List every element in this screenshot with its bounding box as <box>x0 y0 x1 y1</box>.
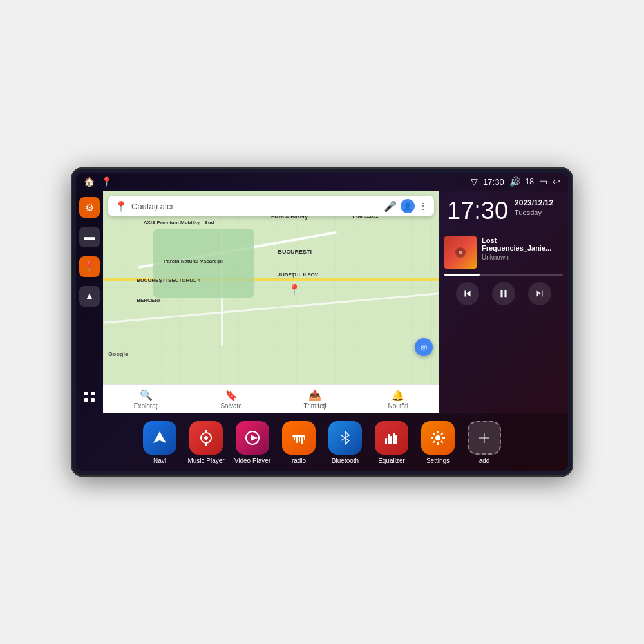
clock-day: Tuesday <box>515 209 553 216</box>
sidebar-location-btn[interactable]: 📍 <box>79 256 100 277</box>
video-player-icon-bg <box>236 421 269 455</box>
clock-date: 2023/12/12 <box>515 198 553 207</box>
equalizer-label: Equalizer <box>378 457 405 464</box>
app-dock: Navi Music Player <box>76 413 568 471</box>
svg-rect-18 <box>304 435 305 440</box>
music-player-label: Music Player <box>187 457 224 464</box>
status-bar: 🏠 📍 ▽ 17:30 🔊 18 ▭ ↩ <box>76 173 568 191</box>
send-label: Trimiteți <box>304 402 327 410</box>
svg-rect-2 <box>84 398 88 402</box>
app-settings[interactable]: Settings <box>417 421 459 464</box>
axis-label: AXIS Premium Mobility - Sud <box>144 220 214 225</box>
device: 🏠 📍 ▽ 17:30 🔊 18 ▭ ↩ ⚙ ▬ <box>71 167 573 477</box>
sidebar-apps-btn[interactable] <box>79 386 100 407</box>
sidebar-files-btn[interactable]: ▬ <box>79 227 100 247</box>
equalizer-icon-bg <box>375 421 408 455</box>
screen: 🏠 📍 ▽ 17:30 🔊 18 ▭ ↩ ⚙ ▬ <box>76 173 568 471</box>
map-view[interactable]: Parcul Natural Văcărești BUCUREȘTI JUDEȚ… <box>103 191 439 384</box>
target-icon: ◎ <box>421 343 427 352</box>
app-music-player[interactable]: Music Player <box>185 421 227 464</box>
music-title: Lost Frequencies_Janie... <box>482 236 563 252</box>
more-icon[interactable]: ⋮ <box>419 201 428 211</box>
music-player-icon-bg <box>189 421 223 455</box>
saved-icon: 🔖 <box>225 389 238 401</box>
svg-rect-14 <box>294 435 295 440</box>
status-left-icons: 🏠 📍 <box>84 176 112 187</box>
bluetooth-icon-bg <box>328 421 362 455</box>
svg-rect-19 <box>385 438 387 444</box>
battery-icon: ▭ <box>539 176 547 187</box>
svg-rect-22 <box>393 433 395 444</box>
app-radio[interactable]: radio <box>278 421 319 464</box>
app-video-player[interactable]: Video Player <box>232 421 273 464</box>
home-icon[interactable]: 🏠 <box>84 176 95 187</box>
right-panel: 17:30 2023/12/12 Tuesday <box>439 191 568 413</box>
sidebar: ⚙ ▬ 📍 ▲ <box>76 191 103 413</box>
music-widget: Lost Frequencies_Janie... Unknown <box>439 231 568 413</box>
svg-rect-16 <box>299 435 300 442</box>
svg-rect-21 <box>390 436 392 444</box>
svg-rect-3 <box>91 398 95 402</box>
app-navi[interactable]: Navi <box>139 421 180 464</box>
radio-icon-bg <box>282 421 316 455</box>
svg-rect-0 <box>84 392 88 395</box>
svg-marker-12 <box>251 435 258 441</box>
map-area: Parcul Natural Văcărești BUCUREȘTI JUDEȚ… <box>103 191 439 413</box>
mic-icon[interactable]: 🎤 <box>384 200 397 213</box>
music-controls <box>444 282 563 305</box>
add-icon-bg <box>468 421 501 455</box>
svg-rect-1 <box>91 392 95 395</box>
explore-icon: 🔍 <box>140 389 153 401</box>
prev-button[interactable] <box>456 282 479 305</box>
add-label: add <box>479 457 490 464</box>
music-info: Lost Frequencies_Janie... Unknown <box>444 236 563 269</box>
sidebar-settings-btn[interactable]: ⚙ <box>79 197 100 218</box>
svg-point-10 <box>204 436 208 440</box>
explore-btn[interactable]: 🔍 Explorați <box>134 389 159 410</box>
send-icon: 📤 <box>308 389 321 401</box>
news-icon: 🔔 <box>392 389 404 401</box>
google-watermark: Google <box>108 351 128 357</box>
location-icon: 📍 <box>83 261 96 273</box>
app-bluetooth[interactable]: Bluetooth <box>325 421 366 464</box>
explore-label: Explorați <box>134 402 159 410</box>
svg-rect-20 <box>388 434 390 444</box>
bluetooth-label: Bluetooth <box>332 457 359 464</box>
svg-rect-17 <box>301 435 303 444</box>
app-add[interactable]: add <box>464 421 505 464</box>
navigate-icon: ▲ <box>84 290 95 302</box>
progress-fill <box>444 274 480 276</box>
status-right-icons: ▽ 17:30 🔊 18 ▭ ↩ <box>471 176 560 187</box>
svg-rect-23 <box>395 435 397 444</box>
app-equalizer[interactable]: Equalizer <box>371 421 412 464</box>
maps-icon[interactable]: 📍 <box>101 176 112 187</box>
user-avatar[interactable]: 👤 <box>401 199 415 213</box>
svg-rect-15 <box>296 435 298 443</box>
album-art <box>444 236 477 269</box>
progress-bar[interactable] <box>444 274 563 276</box>
map-pin: 📍 <box>288 283 301 296</box>
location-fab[interactable]: ◎ <box>415 338 433 356</box>
berceni-label: BERCENI <box>137 298 160 303</box>
video-player-label: Video Player <box>234 457 271 464</box>
city-label: BUCUREȘTI <box>278 249 312 255</box>
map-search-bar[interactable]: 📍 Căutați aici 🎤 👤 ⋮ <box>108 196 434 216</box>
settings-icon-bg <box>421 421 455 455</box>
map-bottom-bar: 🔍 Explorați 🔖 Salvate 📤 Trimiteți 🔔 Nout… <box>103 384 439 413</box>
main-area: ⚙ ▬ 📍 ▲ <box>76 191 568 413</box>
send-btn[interactable]: 📤 Trimiteți <box>304 389 327 410</box>
status-time: 17:30 <box>483 177 504 187</box>
volume-icon[interactable]: 🔊 <box>509 176 520 187</box>
wifi-icon: ▽ <box>471 176 478 187</box>
settings-label: Settings <box>426 457 450 464</box>
sector-label: BUCUREȘTI SECTORUL 4 <box>137 278 200 283</box>
sidebar-nav-btn[interactable]: ▲ <box>79 286 100 307</box>
back-icon[interactable]: ↩ <box>553 176 560 187</box>
google-maps-icon: 📍 <box>115 200 128 213</box>
saved-btn[interactable]: 🔖 Salvate <box>220 389 242 410</box>
next-button[interactable] <box>528 282 551 305</box>
saved-label: Salvate <box>220 402 242 410</box>
pause-button[interactable] <box>492 282 515 305</box>
news-btn[interactable]: 🔔 Noutăți <box>388 389 408 410</box>
park-label: Parcul Natural Văcărești <box>164 258 223 264</box>
